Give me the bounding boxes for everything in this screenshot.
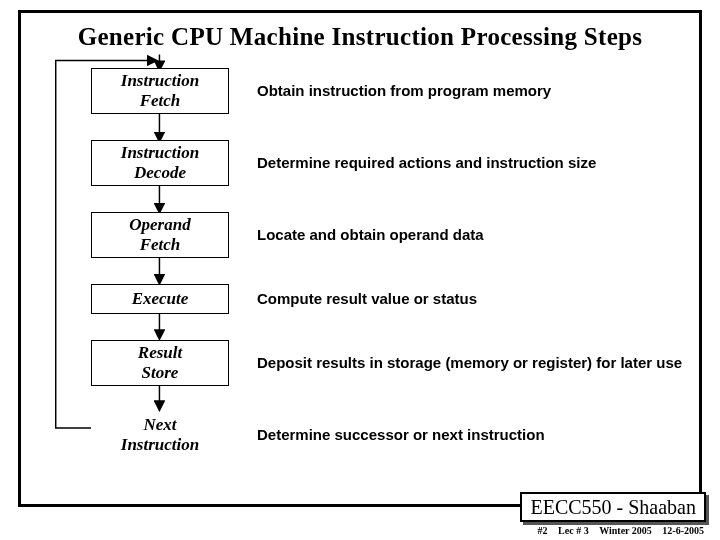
step-row: Next Instruction Determine successor or … — [21, 412, 699, 458]
footer-lecture: Lec # 3 — [558, 525, 589, 536]
footer-slide: #2 — [538, 525, 548, 536]
step-box-result-store: Result Store — [91, 340, 229, 386]
step-line1: Instruction — [121, 71, 199, 91]
step-desc: Deposit results in storage (memory or re… — [257, 354, 699, 373]
step-line2: Instruction — [121, 435, 199, 455]
footer-meta: #2 Lec # 3 Winter 2005 12-6-2005 — [530, 525, 704, 536]
footer-date: 12-6-2005 — [662, 525, 704, 536]
step-row: Result Store Deposit results in storage … — [21, 340, 699, 386]
step-line2: Store — [142, 363, 179, 383]
step-row: Execute Compute result value or status — [21, 284, 699, 314]
footer-course: EECC550 - Shaaban — [530, 496, 696, 518]
step-desc: Locate and obtain operand data — [257, 226, 699, 245]
slide-frame: Generic CPU Machine Instruction Processi… — [18, 10, 702, 507]
steps-container: Instruction Fetch Obtain instruction fro… — [21, 68, 699, 484]
step-box-next-instruction: Next Instruction — [91, 412, 229, 458]
step-line2: Fetch — [140, 91, 181, 111]
step-line1: Result — [138, 343, 182, 363]
step-box-decode: Instruction Decode — [91, 140, 229, 186]
step-line1: Operand — [129, 215, 190, 235]
step-line1: Instruction — [121, 143, 199, 163]
step-line1: Execute — [132, 289, 189, 309]
step-desc: Obtain instruction from program memory — [257, 82, 699, 101]
step-line2: Fetch — [140, 235, 181, 255]
step-row: Instruction Decode Determine required ac… — [21, 140, 699, 186]
step-line1: Next — [143, 415, 176, 435]
slide-title: Generic CPU Machine Instruction Processi… — [21, 13, 699, 51]
step-desc: Determine required actions and instructi… — [257, 154, 699, 173]
footer-term: Winter 2005 — [599, 525, 652, 536]
step-row: Instruction Fetch Obtain instruction fro… — [21, 68, 699, 114]
step-desc: Compute result value or status — [257, 290, 699, 309]
step-box-fetch: Instruction Fetch — [91, 68, 229, 114]
step-desc: Determine successor or next instruction — [257, 426, 699, 445]
step-box-operand-fetch: Operand Fetch — [91, 212, 229, 258]
step-line2: Decode — [134, 163, 186, 183]
step-row: Operand Fetch Locate and obtain operand … — [21, 212, 699, 258]
step-box-execute: Execute — [91, 284, 229, 314]
footer-course-box: EECC550 - Shaaban — [520, 492, 706, 522]
